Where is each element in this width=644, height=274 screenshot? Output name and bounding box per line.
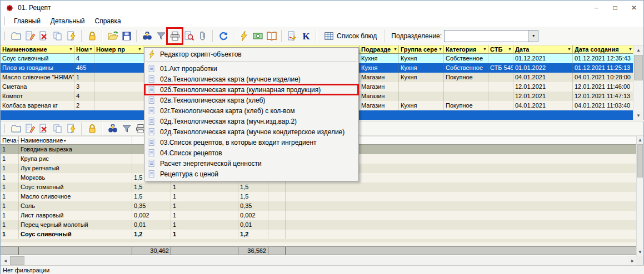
dish-list-button[interactable]: Список блюд <box>319 28 381 44</box>
svg-text:K: K <box>302 31 310 41</box>
filter-button[interactable] <box>154 29 168 43</box>
filter-arrow-icon[interactable]: ▼ <box>508 45 512 53</box>
delete-button[interactable] <box>37 123 51 135</box>
money-button[interactable] <box>251 29 264 43</box>
preview-button[interactable] <box>182 29 196 43</box>
column-header-Печа[interactable]: Печа▼ <box>1 136 19 145</box>
scripts-doc-button[interactable] <box>285 29 299 43</box>
column-header-СТБ[interactable]: СТБ▼ <box>488 45 513 54</box>
menu-item[interactable]: 02в.Технологическая карта (хлеб) <box>144 95 358 105</box>
lock-button[interactable] <box>85 29 99 43</box>
menu-item-label: Расчет энергетической ценности <box>160 160 262 168</box>
scroll-thumb[interactable] <box>634 55 643 80</box>
money-icon <box>252 31 263 42</box>
filter-arrow-icon[interactable]: ▼ <box>628 45 632 53</box>
filter-arrow-icon[interactable]: ▼ <box>393 45 397 53</box>
table-row[interactable]: 1Лист лавровый0,00210,002 <box>1 211 637 220</box>
edit-script-button[interactable] <box>64 123 78 135</box>
menu-item[interactable]: 02б.Технологическая карта (кулинарная пр… <box>144 84 358 95</box>
attachment-button[interactable] <box>196 29 209 43</box>
table-row[interactable]: 1Перец черный молотый0,0110,01 <box>1 220 637 230</box>
column-header-Категория[interactable]: Категория▼ <box>444 45 488 54</box>
folder-new-button[interactable] <box>9 123 23 135</box>
menu-item[interactable]: 01.Акт проработки <box>144 63 358 74</box>
cell: 1,5 <box>132 192 171 201</box>
search-binoculars-button[interactable] <box>106 123 119 135</box>
scroll-up-icon[interactable]: ▲ <box>637 136 643 144</box>
table-row[interactable]: 1Соль0,3510,35 <box>1 201 637 211</box>
column-header-Номер пр[interactable]: Номер пр▼ <box>94 45 143 54</box>
cell: 1 <box>171 211 238 220</box>
scroll-down-icon[interactable]: ▼ <box>633 111 643 120</box>
menu-item[interactable]: 02д.Технологическая карта (мучн.изд.вар.… <box>144 116 358 126</box>
filter-arrow-icon[interactable]: ▼ <box>483 45 487 53</box>
cell <box>488 82 513 92</box>
search-binoculars-button[interactable] <box>140 29 154 43</box>
recipes-vscrollbar[interactable]: ▲ ▼ <box>633 45 643 120</box>
edit-script-button[interactable] <box>64 29 78 43</box>
lock-button[interactable] <box>85 123 99 135</box>
department-combobox[interactable]: ▼ <box>444 30 538 42</box>
ingredients-vscrollbar[interactable]: ▲ ▼ <box>636 136 643 256</box>
table-row[interactable]: 1Соус сливочный1,211,2 <box>1 230 637 239</box>
menu-item[interactable]: 02а.Технологическая карта (мучное издели… <box>144 74 358 84</box>
k-letter-button[interactable]: K <box>299 29 313 43</box>
scroll-thumb[interactable] <box>637 144 643 177</box>
scroll-up-icon[interactable]: ▲ <box>633 45 643 54</box>
menu-item[interactable]: 02д.Технологическая карта (мучное кондит… <box>144 126 358 137</box>
table-row[interactable]: 1Соус томатный1,511,5 <box>1 182 637 192</box>
scroll-down-icon[interactable]: ▼ <box>637 248 643 256</box>
filter-arrow-icon[interactable]: ▼ <box>89 45 93 53</box>
column-header-Подразде[interactable]: Подразде▼ <box>360 45 399 54</box>
cell: 3 <box>74 82 94 92</box>
cell: Собственное <box>444 63 488 73</box>
column-header-Группа сере[interactable]: Группа сере▼ <box>399 45 444 54</box>
column-header-Дата[interactable]: Дата▼ <box>513 45 573 54</box>
lightning-button[interactable] <box>237 29 251 43</box>
menu-Справка[interactable]: Справка <box>90 16 126 26</box>
filter-arrow-icon[interactable]: ▼ <box>567 45 571 53</box>
scroll-track[interactable] <box>24 256 628 265</box>
scroll-left-icon[interactable]: ◄ <box>1 256 10 265</box>
menu-Главный[interactable]: Главный <box>9 16 46 26</box>
copy-button[interactable] <box>51 29 64 43</box>
column-header-Дата создания[interactable]: Дата создания▼ <box>573 45 634 54</box>
minimize-button[interactable]: – <box>587 1 606 15</box>
menu-item[interactable]: Рецептура с ценой <box>144 169 358 179</box>
dish-list-label: Список блюд <box>337 32 377 40</box>
close-button[interactable]: ✕ <box>625 1 643 15</box>
scroll-thumb[interactable] <box>10 256 24 265</box>
menu-item[interactable]: 02г.Технологическая карта (хлеб) с кол-в… <box>144 105 358 116</box>
maximize-button[interactable]: □ <box>606 1 625 15</box>
book-button[interactable] <box>264 29 278 43</box>
menu-item[interactable]: Редактор скрипт-объектов <box>144 49 358 59</box>
menu-Детальный[interactable]: Детальный <box>46 16 90 26</box>
folder-new-button[interactable] <box>9 29 23 43</box>
chevron-down-icon[interactable]: ▼ <box>528 31 538 42</box>
edit-button[interactable] <box>23 123 37 135</box>
app-icon <box>5 3 14 13</box>
filter-arrow-icon[interactable]: ▼ <box>138 45 142 53</box>
toolbar-grip <box>4 17 7 26</box>
menu-item[interactable]: Расчет энергетической ценности <box>144 158 358 169</box>
menu-item[interactable]: 03.Список рецептов, в которые входит инг… <box>144 137 358 148</box>
filter-arrow-icon[interactable]: ▼ <box>69 45 73 53</box>
refresh-button[interactable] <box>216 29 230 43</box>
cell <box>488 101 513 110</box>
save-button[interactable] <box>119 29 133 43</box>
ingredients-hscrollbar[interactable]: ◄ ► <box>1 256 637 265</box>
filter-arrow-icon[interactable]: ▼ <box>438 45 442 53</box>
delete-button[interactable] <box>37 29 51 43</box>
filter-button[interactable] <box>119 123 133 135</box>
copy-button[interactable] <box>51 123 64 135</box>
table-row[interactable]: 1Масло сливочное1,511,5 <box>1 192 637 201</box>
column-header-Наименование[interactable]: Наименование▼ <box>1 45 74 54</box>
column-header-Номер[interactable]: Номер▼ <box>74 45 94 54</box>
menu-item[interactable]: 04.Список рецептов <box>144 148 358 158</box>
folder-open-button[interactable] <box>106 29 119 43</box>
column-header-Наименование[interactable]: Наименование▼ <box>19 136 132 145</box>
print-button[interactable] <box>168 29 182 43</box>
filter-arrow-icon[interactable]: ▼ <box>63 136 67 145</box>
edit-button[interactable] <box>23 29 37 43</box>
cell <box>94 92 143 101</box>
